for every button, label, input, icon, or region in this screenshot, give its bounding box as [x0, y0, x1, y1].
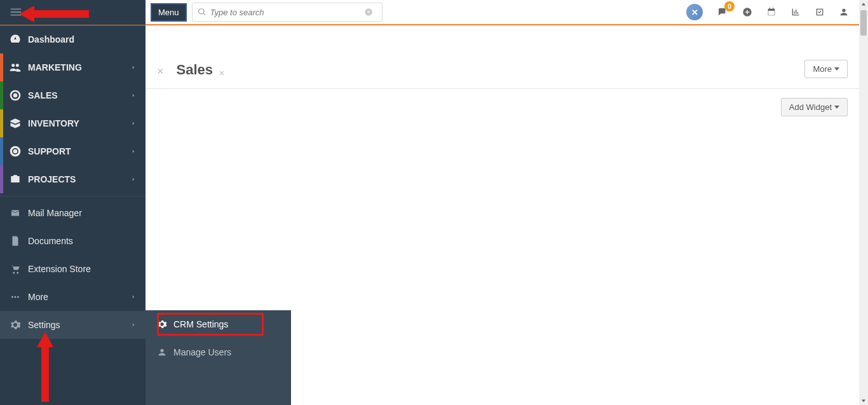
- scroll-thumb[interactable]: [860, 10, 867, 36]
- sidebar-item-documents[interactable]: Documents: [0, 227, 146, 255]
- page-title: Sales: [177, 62, 214, 78]
- search-box[interactable]: [192, 3, 383, 22]
- boxes-icon: [9, 117, 22, 130]
- topbar-main: Menu: [146, 3, 686, 22]
- scrollbar[interactable]: [859, 0, 868, 405]
- sidebar-label: More: [28, 292, 130, 302]
- target-icon: [9, 89, 22, 102]
- sidebar-label: MARKETING: [28, 62, 130, 72]
- svg-point-2: [11, 296, 13, 298]
- sidebar-label: Documents: [28, 236, 137, 246]
- settings-submenu: CRM Settings Manage Users: [146, 310, 291, 405]
- more-label: More: [813, 64, 832, 74]
- gauge-icon: [9, 33, 22, 46]
- chevron-right-icon: [130, 176, 137, 182]
- lifering-icon: [9, 145, 22, 158]
- add-widget-label: Add Widget: [789, 102, 832, 112]
- sidebar-item-extension-store[interactable]: Extension Store: [0, 255, 146, 283]
- scroll-down-icon[interactable]: [859, 396, 868, 405]
- sidebar-label: PROJECTS: [28, 174, 130, 184]
- sidebar-item-dashboard[interactable]: Dashboard: [0, 25, 146, 53]
- sidebar-label: Dashboard: [28, 34, 137, 45]
- close-icon[interactable]: ×: [157, 65, 164, 78]
- scroll-up-icon[interactable]: [859, 0, 868, 9]
- users-icon: [9, 61, 22, 74]
- user-icon: [157, 347, 167, 357]
- search-dropdown-icon[interactable]: [364, 8, 377, 17]
- checkbox-icon[interactable]: [815, 7, 825, 17]
- sidebar-label: Settings: [28, 320, 130, 330]
- caret-down-icon: [834, 67, 839, 71]
- caret-down-icon: [834, 106, 839, 109]
- sidebar-label: SUPPORT: [28, 146, 130, 156]
- svg-point-3: [15, 296, 17, 298]
- topbar-right: ✕ 0: [686, 4, 859, 20]
- sidebar-label: Mail Manager: [28, 208, 137, 218]
- accent-bar: [0, 81, 3, 109]
- sidebar-label: INVENTORY: [28, 118, 130, 128]
- submenu-label: Manage Users: [173, 347, 231, 357]
- notification-badge: 0: [724, 1, 735, 11]
- gear-icon: [9, 319, 22, 331]
- svg-point-4: [17, 296, 19, 298]
- gear-icon: [157, 319, 167, 329]
- chart-icon[interactable]: [790, 7, 801, 17]
- sidebar: Dashboard MARKETING SALES INVENTORY SUPP…: [0, 25, 146, 405]
- topbar: Menu ✕ 0: [0, 0, 859, 25]
- chevron-right-icon: [130, 322, 137, 328]
- accent-bar: [0, 109, 3, 137]
- toolbar-row: Add Widget: [146, 89, 859, 125]
- sidebar-label: Extension Store: [28, 264, 137, 274]
- add-widget-button[interactable]: Add Widget: [781, 98, 848, 116]
- calendar-icon[interactable]: [766, 7, 776, 17]
- mail-icon: [9, 207, 22, 219]
- chat-icon[interactable]: 0: [717, 6, 728, 18]
- briefcase-icon: [9, 173, 22, 186]
- logo-icon[interactable]: ✕: [686, 4, 703, 20]
- submenu-item-crm-settings[interactable]: CRM Settings: [146, 310, 291, 338]
- sidebar-header: [0, 0, 146, 25]
- accent-bar: [0, 137, 3, 165]
- sidebar-item-projects[interactable]: PROJECTS: [0, 165, 146, 193]
- chevron-right-icon: [130, 64, 137, 71]
- cart-icon: [9, 263, 22, 275]
- chevron-right-icon: [130, 120, 137, 127]
- sidebar-item-settings[interactable]: Settings: [0, 311, 146, 339]
- menu-button[interactable]: Menu: [151, 3, 187, 22]
- chevron-right-icon: [130, 92, 137, 99]
- sidebar-item-mail[interactable]: Mail Manager: [0, 199, 146, 227]
- sidebar-item-support[interactable]: SUPPORT: [0, 137, 146, 165]
- plus-icon[interactable]: [742, 7, 752, 17]
- sidebar-label: SALES: [28, 90, 130, 100]
- user-icon[interactable]: [839, 7, 849, 17]
- close-icon[interactable]: ×: [219, 68, 224, 78]
- sidebar-divider: [0, 196, 146, 196]
- accent-bar: [0, 53, 3, 81]
- chevron-right-icon: [130, 294, 137, 300]
- more-button[interactable]: More: [804, 60, 848, 78]
- search-input[interactable]: [210, 8, 364, 17]
- sidebar-item-marketing[interactable]: MARKETING: [0, 53, 146, 81]
- sidebar-item-inventory[interactable]: INVENTORY: [0, 109, 146, 137]
- page-header: × Sales × More: [146, 25, 859, 89]
- sidebar-item-more[interactable]: More: [0, 283, 146, 311]
- document-icon: [9, 235, 22, 247]
- ellipsis-icon: [9, 291, 22, 303]
- accent-bar: [0, 165, 3, 193]
- chevron-right-icon: [130, 148, 137, 154]
- hamburger-icon[interactable]: [9, 5, 23, 19]
- submenu-item-manage-users[interactable]: Manage Users: [146, 338, 291, 366]
- submenu-label: CRM Settings: [173, 319, 228, 329]
- sidebar-item-sales[interactable]: SALES: [0, 81, 146, 109]
